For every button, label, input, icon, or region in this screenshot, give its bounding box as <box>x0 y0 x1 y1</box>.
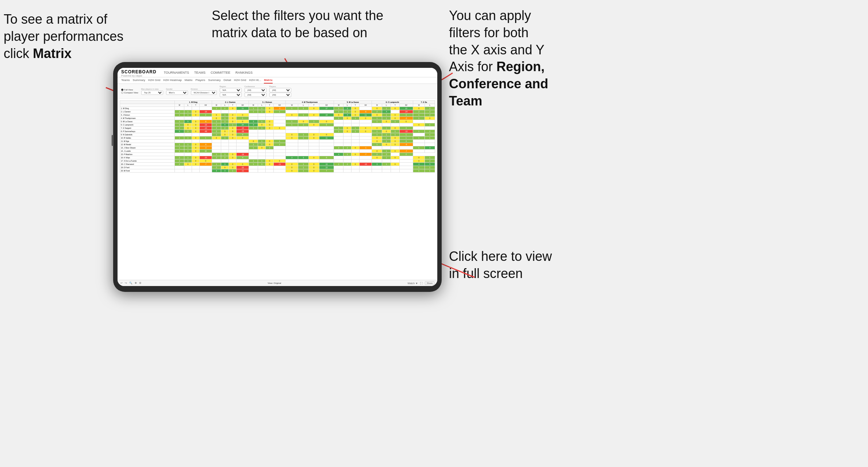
matrix-cell <box>237 150 249 153</box>
matrix-cell: 0 <box>184 127 192 130</box>
share-button[interactable]: Share <box>425 281 434 285</box>
redo-icon[interactable]: ↪ <box>125 282 127 285</box>
tab-h2h-grid[interactable]: H2H Grid <box>148 78 160 84</box>
tab-players[interactable]: Players <box>196 78 206 84</box>
full-view-radio[interactable]: Full View <box>121 89 138 91</box>
table-row: 1. W Ding12011110-2120171300101302 <box>120 107 435 110</box>
matrix-cell: -6 <box>359 110 372 113</box>
matrix-cell: 1 <box>298 113 309 117</box>
matrix-cell: 0 <box>229 166 237 169</box>
tab-summary2[interactable]: Summary <box>208 78 220 84</box>
matrix-cell: 0 <box>192 127 199 130</box>
matrix-cell <box>298 146 309 150</box>
table-row: 2. L Clanton210-161101110-624-2422 <box>120 110 435 113</box>
watch-button[interactable]: Watch ▼ <box>408 282 418 285</box>
matrix-cell: 0 <box>352 107 360 110</box>
matrix-cell: 1 <box>286 120 298 123</box>
matrix-cell: 4 <box>399 140 413 143</box>
col-header-6: 6. C Lamprecht <box>372 101 413 104</box>
matrix-cell: 0 <box>352 146 360 150</box>
conference-select-x[interactable]: (All) <box>245 88 266 92</box>
matrix-cell: 1 <box>298 169 309 173</box>
matrix-cell: 2 <box>212 156 221 159</box>
matrix-cell: 0 <box>192 113 199 117</box>
compact-view-radio[interactable]: Compact View <box>121 92 138 94</box>
matrix-cell <box>352 136 360 140</box>
matrix-cell <box>425 143 435 146</box>
division-select[interactable]: NCAA Division I <box>191 90 217 95</box>
matrix-cell <box>343 136 352 140</box>
tab-detail[interactable]: Detail <box>224 78 231 84</box>
matrix-cell <box>319 153 334 156</box>
matrix-cell <box>258 130 266 133</box>
matrix-cell: 0 <box>372 150 382 153</box>
zoom-icon[interactable]: 🔍 <box>129 282 132 285</box>
nav-tournaments[interactable]: TOURNAMENTS <box>164 71 189 76</box>
matrix-cell: 1 <box>298 166 309 169</box>
matrix-cell: 0 <box>192 130 199 133</box>
players-filter: Players (All) (All) <box>269 85 291 97</box>
matrix-cell: -24 <box>399 110 413 113</box>
matrix-cell: 0 <box>308 156 319 159</box>
matrix-cell <box>359 169 372 173</box>
matrix-cell: -20 <box>237 166 249 169</box>
tab-h2h-grid2[interactable]: H2H Grid <box>234 78 246 84</box>
matrix-cell: 0 <box>266 123 273 127</box>
conference-select-y[interactable]: (All) <box>245 93 266 97</box>
table-row: 7. G Sargent200-16220-15110010100103 <box>120 127 435 130</box>
matrix-cell: 0 <box>221 133 228 136</box>
matrix-cell <box>399 146 413 150</box>
tab-summary[interactable]: Summary <box>133 78 145 84</box>
tab-matrix-players[interactable]: Matrix <box>185 78 193 84</box>
bottom-toolbar: ↩ ↪ 🔍 ✥ ⚙ View: Original Watch ▼ ⛶ Share <box>118 280 437 286</box>
matrix-cell: 1 <box>221 136 228 140</box>
matrix-cell <box>249 150 258 153</box>
matrix-cell: -7 <box>359 153 372 156</box>
settings-icon[interactable]: ⚙ <box>139 282 141 285</box>
matrix-cell: 0 <box>266 159 273 163</box>
matrix-cell: 0 <box>192 123 199 127</box>
players-select-y[interactable]: (All) <box>269 93 291 97</box>
nav-committee[interactable]: COMMITTEE <box>211 71 230 76</box>
matrix-cell: -7 <box>200 163 212 166</box>
tab-teams[interactable]: Teams <box>121 78 130 84</box>
tab-matrix-active[interactable]: Matrix <box>264 78 273 84</box>
pan-icon[interactable]: ✥ <box>135 282 137 285</box>
max-players-select[interactable]: Top 25 <box>141 90 163 95</box>
nav-teams[interactable]: TEAMS <box>194 71 206 76</box>
matrix-cell <box>266 117 273 120</box>
matrix-cell: 0 <box>286 133 298 136</box>
region-select-x[interactable]: N/A <box>220 88 242 92</box>
players-select-x[interactable]: (All) <box>269 88 291 92</box>
matrix-cell <box>200 153 212 156</box>
matrix-cell <box>286 127 298 130</box>
matrix-cell <box>229 150 237 153</box>
nav-rankings[interactable]: RANKINGS <box>235 71 253 76</box>
matrix-cell: 0 <box>399 120 413 123</box>
matrix-cell: -1 <box>359 146 372 150</box>
matrix-cell: 2 <box>212 127 221 130</box>
matrix-cell: 1 <box>184 130 192 133</box>
matrix-cell <box>352 123 360 127</box>
matrix-cell <box>391 159 400 163</box>
region-select-y[interactable]: N/A <box>220 93 242 97</box>
annotation-top-center: Select the filters you want the matrix d… <box>212 7 387 42</box>
matrix-cell: 1 <box>372 117 382 120</box>
matrix-cell: 0 <box>372 136 382 140</box>
tab-h2h-ht[interactable]: H2H Ht... <box>249 78 261 84</box>
fullscreen-icon[interactable]: ⛶ <box>420 282 423 285</box>
gender-select[interactable]: Men's <box>166 90 188 95</box>
undo-icon[interactable]: ↩ <box>120 282 123 285</box>
matrix-cell: 0 <box>391 136 400 140</box>
matrix-cell: 0 <box>237 120 249 123</box>
matrix-cell: 0 <box>286 136 298 140</box>
tab-h2h-heatmap[interactable]: H2H Heatmap <box>163 78 182 84</box>
matrix-cell: 0 <box>286 113 298 117</box>
matrix-cell <box>382 159 391 163</box>
matrix-cell: 0 <box>413 156 425 159</box>
matrix-cell <box>399 156 413 159</box>
matrix-cell: 5 <box>184 120 192 123</box>
matrix-cell: 6 <box>319 123 334 127</box>
sub-header-empty <box>120 104 175 107</box>
player-name-cell: 20. M Ford <box>120 169 175 173</box>
